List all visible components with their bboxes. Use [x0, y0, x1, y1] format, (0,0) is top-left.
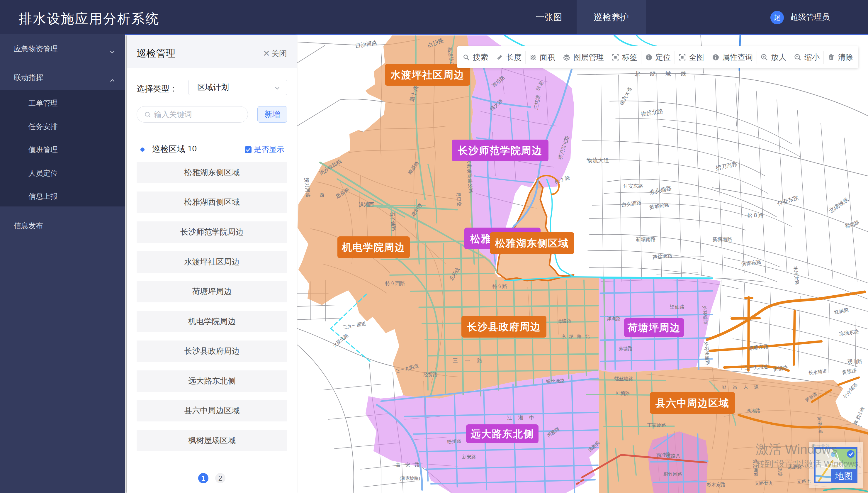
svg-text:丁家岭路: 丁家岭路 [647, 423, 666, 428]
svg-text:长永辅道: 长永辅道 [808, 369, 827, 376]
svg-text:物流北路: 物流北路 [641, 108, 663, 117]
svg-text:社塘路: 社塘路 [616, 391, 630, 396]
svg-text:洋湖路: 洋湖路 [607, 316, 621, 321]
svg-text:螺丝塘路: 螺丝塘路 [615, 376, 633, 381]
svg-text:支路八: 支路八 [666, 453, 681, 458]
svg-text:北头塘路: 北头塘路 [649, 185, 672, 195]
svg-text:凉 塘 路 北: 凉 塘 路 北 [561, 334, 591, 339]
svg-text:月口交: 月口交 [456, 192, 462, 207]
svg-text:衡兴大道: 衡兴大道 [619, 86, 633, 106]
svg-text:(蒋家坡路): (蒋家坡路) [400, 476, 420, 481]
svg-text:外环快速路: 外环快速路 [704, 341, 711, 365]
svg-text:支路廿九: 支路廿九 [755, 481, 773, 486]
svg-text:凉塘路: 凉塘路 [619, 346, 632, 351]
svg-text:芦丝塘路: 芦丝塘路 [652, 253, 673, 260]
svg-text:水渡坪社区周边: 水渡坪社区周边 [391, 69, 465, 80]
svg-text:新安路: 新安路 [462, 454, 476, 459]
svg-text:富 安 路: 富 安 路 [396, 462, 422, 467]
svg-text:新塘南路: 新塘南路 [712, 237, 732, 242]
svg-text:观山路: 观山路 [847, 359, 863, 364]
svg-text:付安东路: 付安东路 [623, 183, 643, 189]
svg-text:荷塘坪周边: 荷塘坪周边 [627, 322, 681, 333]
svg-text:长沙县政府周边: 长沙县政府周边 [467, 321, 541, 332]
svg-text:新塘南路: 新塘南路 [636, 237, 656, 242]
svg-text:付安东路: 付安东路 [776, 194, 800, 207]
svg-text:红枫路: 红枫路 [834, 307, 849, 315]
svg-text:凉塘东路: 凉塘东路 [749, 344, 769, 351]
svg-text:漓湘路: 漓湘路 [747, 408, 760, 413]
svg-text:三 一 路: 三 一 路 [453, 358, 485, 363]
svg-text:白头洲路: 白头洲路 [621, 199, 642, 208]
svg-text:财 富 大 道: 财 富 大 道 [722, 385, 761, 389]
svg-text:松 8 路: 松 8 路 [747, 212, 764, 218]
svg-text:北 绕 城 线: 北 绕 城 线 [635, 71, 690, 77]
svg-text:江 湘 中: 江 湘 中 [507, 415, 536, 421]
svg-text:经贸路: 经贸路 [423, 372, 437, 377]
svg-text:滨湖东路: 滨湖东路 [741, 259, 762, 267]
svg-text:望仙路: 望仙路 [670, 304, 685, 310]
svg-text:自沙河路: 自沙河路 [355, 40, 378, 49]
svg-text:木泽大路: 木泽大路 [793, 266, 800, 285]
svg-text:北绕城线: 北绕城线 [828, 196, 849, 214]
svg-text:物流大道: 物流大道 [587, 157, 609, 163]
svg-text:远大路东北侧: 远大路东北侧 [471, 428, 534, 439]
svg-text:黄坡岭路: 黄坡岭路 [649, 202, 670, 210]
svg-text:支路七: 支路七 [797, 479, 811, 484]
svg-text:松雅湖东侧区域: 松雅湖东侧区域 [495, 238, 569, 249]
svg-text:桐竹园路: 桐竹园路 [663, 472, 682, 476]
svg-text:捞刀河路: 捞刀河路 [715, 160, 738, 171]
svg-text:特立路: 特立路 [492, 284, 507, 289]
svg-text:长沙师范学院周边: 长沙师范学院周边 [458, 145, 542, 156]
svg-text:特立西路: 特立西路 [385, 281, 405, 286]
svg-text:雷塘路: 雷塘路 [773, 365, 788, 372]
svg-text:火星北路: 火星北路 [332, 333, 349, 348]
svg-text:凉塘东路: 凉塘东路 [839, 328, 859, 337]
svg-text:县六中周边区域: 县六中周边区域 [655, 398, 729, 409]
svg-text:机电学院周边: 机电学院周边 [342, 242, 405, 253]
svg-text:杉木东路: 杉木东路 [707, 482, 726, 487]
svg-text:西: 西 [319, 192, 325, 198]
svg-text:潇湘西: 潇湘西 [359, 202, 374, 207]
svg-text:三九一国道: 三九一国道 [342, 321, 366, 330]
